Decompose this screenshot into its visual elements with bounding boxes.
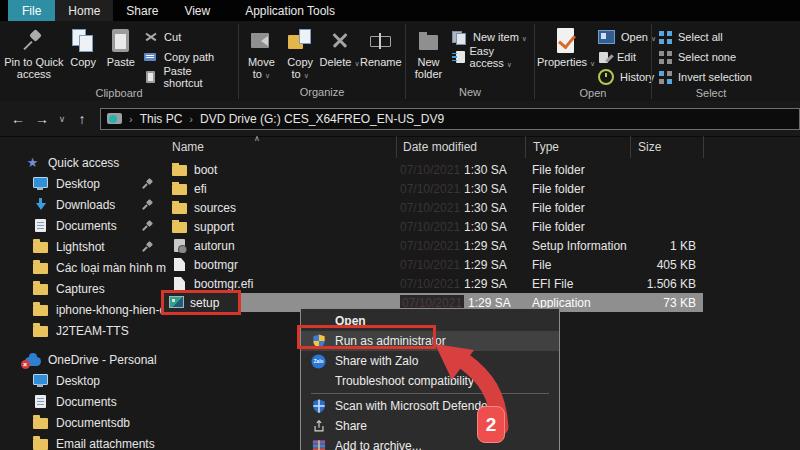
- select-all-button[interactable]: Select all: [655, 27, 756, 47]
- sidebar-item-captures[interactable]: Captures: [0, 278, 166, 299]
- file-row-autorun[interactable]: autorun 07/10/20211:29 SA Setup Informat…: [166, 236, 703, 255]
- setup-information-icon: [174, 239, 185, 252]
- column-divider: [703, 136, 705, 158]
- sidebar-item-onedrive-documents[interactable]: Documents: [0, 391, 166, 412]
- sidebar-item-j2team-tts[interactable]: J2TEAM-TTS: [0, 320, 166, 341]
- recent-locations-chevron[interactable]: ∨: [54, 114, 70, 124]
- paste-icon: [110, 28, 132, 54]
- sidebar-item-quick-access[interactable]: ★ Quick access: [0, 152, 166, 173]
- column-header-name[interactable]: Name ∧: [166, 136, 396, 158]
- tab-application-tools[interactable]: Application Tools: [232, 0, 348, 21]
- file-type: File: [525, 258, 630, 272]
- copy-label: Copy: [70, 56, 96, 68]
- new-item-icon: [452, 31, 467, 44]
- sidebar-item-iphone-khong-hien[interactable]: iphone-khong-hien-d: [0, 299, 166, 320]
- sidebar-item-cac-loai-man-hinh[interactable]: Các loại màn hình má: [0, 257, 166, 278]
- folder-icon: [172, 222, 187, 233]
- column-header-size[interactable]: Size: [630, 136, 703, 158]
- paste-shortcut-button[interactable]: Paste shortcut: [140, 67, 235, 87]
- paste-label: Paste: [107, 56, 135, 68]
- file-explorer-window: File Home Share View Application Tools P…: [0, 0, 800, 450]
- sidebar-item-documents[interactable]: Documents: [0, 215, 166, 236]
- organize-group-label: Organize: [239, 86, 405, 101]
- breadcrumb-this-pc[interactable]: This PC: [140, 112, 183, 126]
- cut-label: Cut: [164, 31, 181, 43]
- sidebar-item-downloads[interactable]: Downloads: [0, 194, 166, 215]
- cut-button[interactable]: Cut: [140, 27, 235, 47]
- new-folder-icon: [416, 28, 442, 54]
- file-name: boot: [194, 163, 217, 177]
- easy-access-button[interactable]: Easy access: [448, 47, 531, 67]
- sidebar-item-onedrive-desktop[interactable]: Desktop: [0, 370, 166, 391]
- column-header-date-modified[interactable]: Date modified: [396, 136, 525, 158]
- file-row-efi[interactable]: efi 07/10/20211:30 SA File folder: [166, 179, 703, 198]
- file-time: 1:29 SA: [464, 277, 507, 291]
- sidebar-item-onedrive[interactable]: OneDrive - Personal: [0, 349, 166, 370]
- copy-path-label: Copy path: [164, 51, 214, 63]
- file-row-bootmgr-efi[interactable]: bootmgr.efi 07/10/20211:29 SA EFI File 1…: [166, 274, 703, 293]
- tab-home[interactable]: Home: [55, 0, 113, 21]
- paste-button[interactable]: Paste: [101, 25, 140, 68]
- breadcrumb-dvd-drive[interactable]: DVD Drive (G:) CES_X64FREO_EN-US_DV9: [200, 112, 444, 126]
- sidebar-item-desktop[interactable]: Desktop: [0, 173, 166, 194]
- tab-view[interactable]: View: [171, 0, 223, 21]
- annotation-box-setup-file[interactable]: setup: [161, 290, 241, 315]
- ribbon-group-select: Select all Select none Invert selection …: [652, 21, 770, 101]
- copy-button[interactable]: Copy: [65, 25, 102, 68]
- select-none-button[interactable]: Select none: [655, 47, 756, 67]
- file-date: 07/10/2021: [400, 220, 460, 234]
- sidebar-label: Lightshot: [56, 240, 105, 254]
- select-none-label: Select none: [678, 51, 736, 63]
- file-size: 405 KB: [630, 258, 703, 272]
- forward-button[interactable]: →: [30, 111, 54, 127]
- copy-to-button[interactable]: Copy to: [281, 25, 320, 82]
- sidebar-label: Các loại màn hình má: [56, 261, 166, 275]
- copy-path-button[interactable]: Copy path: [140, 47, 235, 67]
- pin-to-quick-access-button[interactable]: Pin to Quick access: [3, 25, 65, 80]
- file-row-bootmgr[interactable]: bootmgr 07/10/20211:29 SA File 405 KB: [166, 255, 703, 274]
- sidebar-label: Captures: [56, 282, 105, 296]
- rename-label: Rename: [360, 56, 402, 68]
- pin-icon: [143, 199, 154, 210]
- file-row-boot[interactable]: boot 07/10/20211:30 SA File folder: [166, 160, 703, 179]
- back-button[interactable]: ←: [6, 111, 30, 127]
- new-group-label: New: [406, 86, 534, 101]
- edit-label: Edit: [617, 51, 636, 63]
- properties-button[interactable]: Properties: [538, 25, 594, 70]
- address-bar[interactable]: › This PC › DVD Drive (G:) CES_X64FREO_E…: [100, 108, 800, 130]
- new-item-button[interactable]: New item: [448, 27, 531, 47]
- open-icon: [598, 30, 615, 44]
- invert-selection-button[interactable]: Invert selection: [655, 67, 756, 87]
- date-header-label: Date modified: [403, 140, 477, 154]
- file-row-sources[interactable]: sources 07/10/20211:30 SA File folder: [166, 198, 703, 217]
- folder-icon: [33, 326, 48, 337]
- scissors-icon: [144, 31, 158, 43]
- ribbon: Pin to Quick access Copy Paste Cut: [0, 21, 800, 102]
- file-date: 07/10/2021: [400, 277, 460, 291]
- edit-icon: [598, 51, 611, 64]
- sidebar-item-email-attachments[interactable]: Email attachments: [0, 433, 166, 450]
- tab-file[interactable]: File: [8, 0, 55, 21]
- sidebar-item-documentsdb[interactable]: Documentsdb: [0, 412, 166, 433]
- rename-button[interactable]: Rename: [360, 25, 402, 68]
- up-button[interactable]: ↑: [70, 111, 94, 127]
- copy-to-icon: [287, 28, 313, 54]
- file-type: Setup Information: [525, 239, 630, 253]
- file-time: 1:30 SA: [464, 163, 507, 177]
- column-header-type[interactable]: Type: [525, 136, 630, 158]
- document-icon: [35, 219, 46, 232]
- menu-share-label: Share: [335, 419, 367, 433]
- new-folder-button[interactable]: New folder: [409, 25, 448, 80]
- invert-selection-label: Invert selection: [678, 71, 752, 83]
- pin-icon: [143, 220, 154, 231]
- tab-share[interactable]: Share: [113, 0, 171, 21]
- clipboard-group-label: Clipboard: [0, 87, 238, 101]
- sidebar-item-lightshot[interactable]: Lightshot: [0, 236, 166, 257]
- svg-text:Zalo: Zalo: [314, 359, 324, 364]
- folder-icon: [33, 305, 48, 316]
- delete-button[interactable]: Delete: [320, 25, 360, 70]
- move-to-button[interactable]: Move to: [242, 25, 281, 82]
- defender-shield-icon: [311, 399, 326, 413]
- file-row-support[interactable]: support 07/10/20211:30 SA File folder: [166, 217, 703, 236]
- zalo-icon: Zalo: [311, 354, 326, 369]
